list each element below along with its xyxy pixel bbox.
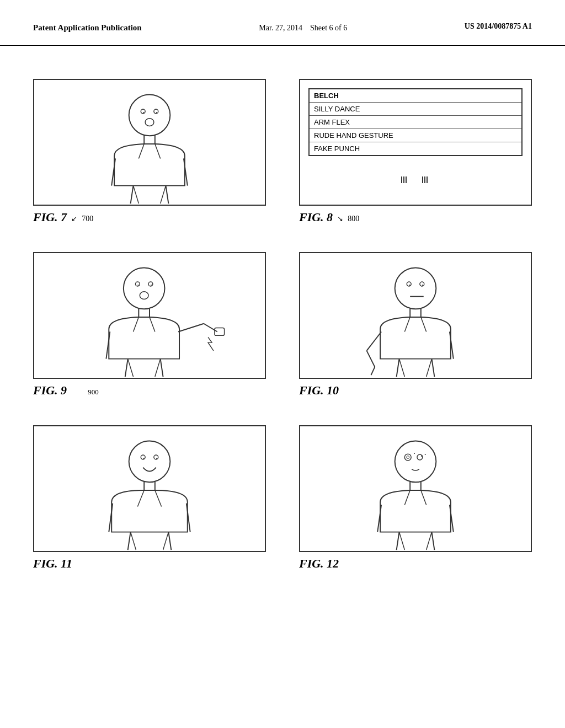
svg-line-50 xyxy=(367,332,382,351)
svg-line-54 xyxy=(397,359,399,377)
svg-point-78 xyxy=(414,453,415,454)
svg-point-27 xyxy=(140,292,148,299)
svg-line-15 xyxy=(161,186,166,204)
svg-line-89 xyxy=(427,532,432,550)
svg-point-79 xyxy=(425,454,426,456)
figure-12-cell: FIG. 12 xyxy=(299,425,532,571)
figure-8-cell: BELCH SILLY DANCE ARM FLEX RUDE HAND GES… xyxy=(299,79,532,224)
svg-line-72 xyxy=(163,532,169,550)
menu-item-fake-punch: FAKE PUNCH xyxy=(310,142,521,155)
svg-line-49 xyxy=(421,317,427,332)
figure-9-title: FIG. 9 xyxy=(33,383,67,398)
figure-7-cell: FIG. 7 ↙ 700 xyxy=(33,79,266,224)
svg-point-43 xyxy=(409,285,410,286)
figure-7-number: 700 xyxy=(82,215,93,223)
figure-12-box xyxy=(299,425,532,552)
figure-11-title: FIG. 11 xyxy=(33,556,72,571)
svg-point-1 xyxy=(141,109,145,114)
main-content: FIG. 7 ↙ 700 BELCH SILLY DANCE ARM FLEX … xyxy=(0,46,565,593)
figure-7-title: FIG. 7 xyxy=(33,210,67,224)
svg-line-55 xyxy=(431,359,434,377)
svg-line-39 xyxy=(155,359,161,377)
page-header: Patent Application Publication Mar. 27, … xyxy=(0,0,565,46)
svg-point-0 xyxy=(129,95,170,136)
figure-8-box: BELCH SILLY DANCE ARM FLEX RUDE HAND GES… xyxy=(299,79,532,206)
svg-point-58 xyxy=(129,441,170,483)
figure-7-arrow: ↙ xyxy=(71,215,77,223)
figure-12-label: FIG. 12 xyxy=(299,556,339,571)
header-publication-label: Patent Application Publication xyxy=(33,22,142,34)
menu-item-belch: BELCH xyxy=(310,89,521,103)
svg-point-73 xyxy=(395,441,436,483)
svg-point-61 xyxy=(143,458,144,459)
svg-line-57 xyxy=(427,359,432,377)
svg-point-2 xyxy=(154,109,158,114)
figure-9-number: 900 xyxy=(88,388,99,397)
svg-line-36 xyxy=(125,359,128,377)
figure-7-box xyxy=(33,79,266,206)
svg-line-88 xyxy=(399,532,405,550)
menu-item-arm-flex: ARM FLEX xyxy=(310,116,521,129)
svg-point-75 xyxy=(407,456,409,459)
svg-line-37 xyxy=(161,359,163,377)
svg-line-71 xyxy=(131,532,136,550)
svg-line-86 xyxy=(397,532,399,550)
svg-point-26 xyxy=(151,285,152,286)
figure-10-label: FIG. 10 xyxy=(299,383,339,398)
svg-point-3 xyxy=(143,112,144,113)
svg-point-40 xyxy=(395,268,436,309)
figure-12-title: FIG. 12 xyxy=(299,556,339,571)
svg-point-24 xyxy=(148,282,153,286)
svg-point-62 xyxy=(156,458,157,459)
figure-9-cell: FIG. 9 900 xyxy=(33,252,266,398)
svg-line-14 xyxy=(134,186,139,204)
svg-point-5 xyxy=(145,119,154,126)
svg-line-52 xyxy=(371,367,375,376)
figure-12-svg xyxy=(300,426,531,551)
scroll-indicator-right xyxy=(420,174,431,185)
svg-rect-34 xyxy=(215,328,225,336)
menu-item-rude-hand: RUDE HAND GESTURE xyxy=(310,129,521,142)
figure-7-label: FIG. 7 ↙ 700 xyxy=(33,210,93,224)
svg-line-69 xyxy=(128,532,131,550)
svg-line-82 xyxy=(404,490,410,505)
figure-10-svg xyxy=(300,253,531,378)
figures-grid: FIG. 7 ↙ 700 BELCH SILLY DANCE ARM FLEX … xyxy=(33,79,532,571)
figure-9-box xyxy=(33,252,266,379)
svg-line-32 xyxy=(178,324,204,332)
header-center-info: Mar. 27, 2014 Sheet 6 of 6 xyxy=(259,22,347,34)
svg-point-74 xyxy=(404,454,411,461)
figure-11-svg xyxy=(34,426,265,551)
svg-line-13 xyxy=(166,186,168,204)
svg-point-23 xyxy=(135,282,140,286)
svg-line-30 xyxy=(134,317,139,332)
figure-8-number: 800 xyxy=(348,215,359,223)
svg-line-31 xyxy=(150,317,155,332)
svg-line-87 xyxy=(431,532,434,550)
svg-line-83 xyxy=(421,490,427,505)
figure-10-box xyxy=(299,252,532,379)
svg-line-33 xyxy=(204,324,217,332)
svg-point-77 xyxy=(421,456,423,457)
header-patent-number: US 2014/0087875 A1 xyxy=(465,22,532,31)
figure-9-label: FIG. 9 900 xyxy=(33,383,99,398)
figure-11-box xyxy=(33,425,266,552)
svg-line-65 xyxy=(137,490,144,506)
figure-7-svg xyxy=(34,80,265,205)
figure-9-svg xyxy=(34,253,265,378)
svg-line-66 xyxy=(155,490,162,506)
svg-line-56 xyxy=(399,359,405,377)
svg-line-51 xyxy=(367,351,375,367)
figure-11-cell: FIG. 11 xyxy=(33,425,266,571)
svg-line-8 xyxy=(138,144,144,159)
svg-point-25 xyxy=(137,285,138,286)
svg-point-59 xyxy=(141,455,145,459)
svg-line-38 xyxy=(128,359,134,377)
figure-8-label: FIG. 8 ↘ 800 xyxy=(299,210,359,224)
svg-line-9 xyxy=(155,144,161,159)
menu-item-silly-dance: SILLY DANCE xyxy=(310,103,521,116)
svg-point-44 xyxy=(422,285,423,286)
svg-line-48 xyxy=(404,317,410,332)
figure-11-label: FIG. 11 xyxy=(33,556,72,571)
figure-8-title: FIG. 8 xyxy=(299,210,333,224)
